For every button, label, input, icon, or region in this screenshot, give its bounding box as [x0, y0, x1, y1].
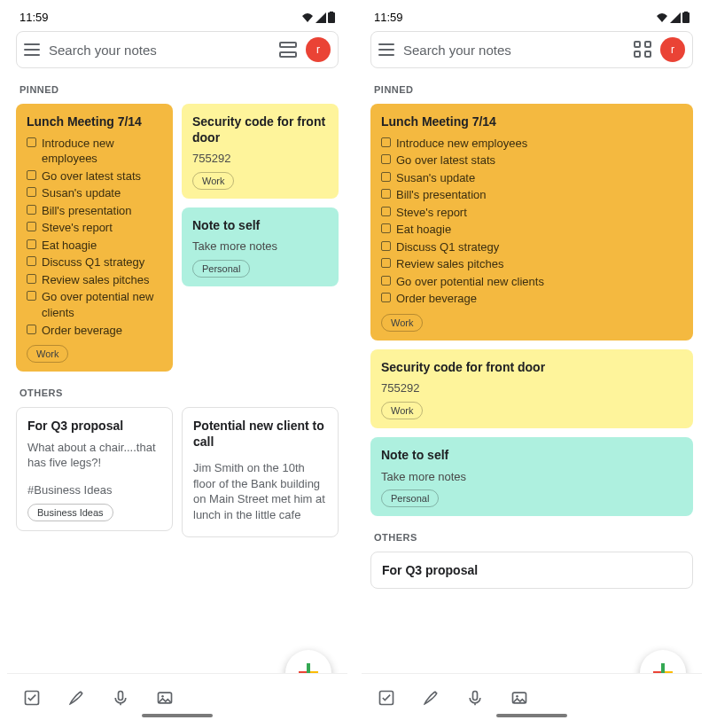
checkbox-icon[interactable]: [381, 276, 391, 286]
image-tool-icon[interactable]: [156, 689, 174, 707]
note-body: What about a chair....that has five legs…: [27, 440, 161, 471]
note-title: Security code for front door: [192, 114, 328, 145]
mic-tool-icon[interactable]: [112, 689, 129, 707]
note-title: Security code for front door: [381, 360, 682, 376]
checkbox-icon[interactable]: [27, 205, 36, 215]
note-title: For Q3 proposal: [27, 419, 161, 434]
phone-list-view: 11:59 Search your notes r PINNED Lunch M…: [362, 7, 702, 721]
note-title: Lunch Meeting 7/14: [27, 114, 162, 130]
note-potential-client[interactable]: Potential new client to call Jim Smith o…: [182, 407, 339, 537]
battery-icon: [328, 12, 335, 23]
checklist-item[interactable]: Discuss Q1 strategy: [381, 239, 682, 255]
note-security-code[interactable]: Security code for front door 755292 Work: [182, 104, 339, 199]
checkbox-icon[interactable]: [381, 154, 391, 164]
checkbox-icon[interactable]: [27, 256, 36, 266]
checklist-item[interactable]: Susan's update: [27, 185, 162, 201]
checklist-item[interactable]: Introduce new employees: [381, 136, 682, 152]
svg-rect-6: [682, 12, 690, 23]
image-tool-icon[interactable]: [510, 689, 528, 707]
checklist-item[interactable]: Go over latest stats: [381, 153, 682, 168]
checklist-item[interactable]: Susan's update: [381, 170, 682, 186]
svg-rect-1: [330, 12, 333, 13]
checklist-item[interactable]: Eat hoagie: [381, 222, 682, 238]
wifi-icon: [656, 12, 668, 23]
checkbox-icon[interactable]: [381, 207, 391, 216]
signal-icon: [670, 12, 681, 23]
checkbox-icon[interactable]: [27, 325, 36, 334]
label-chip[interactable]: Personal: [381, 489, 439, 507]
checklist-item[interactable]: Go over potential new clients: [381, 274, 682, 290]
note-security-code[interactable]: Security code for front door 755292 Work: [370, 349, 693, 428]
note-lunch-meeting[interactable]: Lunch Meeting 7/14 Introduce new employe…: [370, 104, 693, 341]
checklist-item[interactable]: Order beverage: [27, 323, 162, 339]
checklist-item[interactable]: Order beverage: [381, 291, 682, 307]
label-chip[interactable]: Business Ideas: [27, 504, 113, 521]
checkbox-icon[interactable]: [381, 241, 391, 251]
label-chip[interactable]: Work: [27, 345, 68, 363]
checkbox-icon[interactable]: [381, 137, 391, 147]
checkbox-icon[interactable]: [27, 222, 36, 231]
checklist-item[interactable]: Go over potential new clients: [27, 289, 162, 320]
label-chip[interactable]: Work: [381, 314, 423, 332]
checkbox-tool-icon[interactable]: [378, 689, 395, 707]
checklist-item[interactable]: Review sales pitches: [27, 272, 162, 288]
checklist-item[interactable]: Review sales pitches: [381, 256, 682, 272]
home-indicator: [496, 714, 567, 717]
note-title: Potential new client to call: [193, 419, 327, 450]
note-q3-proposal[interactable]: For Q3 proposal: [370, 552, 693, 589]
checkbox-icon[interactable]: [381, 258, 391, 268]
search-bar[interactable]: Search your notes r: [370, 31, 693, 68]
status-bar: 11:59: [7, 7, 347, 26]
note-body: Jim Smith on the 10th floor of the Bank …: [193, 460, 327, 522]
checklist: Introduce new employees Go over latest s…: [27, 136, 162, 339]
note-to-self[interactable]: Note to self Take more notes Personal: [182, 207, 339, 286]
menu-icon[interactable]: [378, 43, 394, 56]
note-title: For Q3 proposal: [382, 563, 682, 579]
checkbox-icon[interactable]: [381, 223, 391, 233]
search-input[interactable]: Search your notes: [403, 43, 625, 58]
checkbox-icon[interactable]: [27, 291, 36, 301]
checklist-item[interactable]: Discuss Q1 strategy: [27, 254, 162, 270]
brush-tool-icon[interactable]: [422, 689, 440, 707]
checkbox-icon[interactable]: [27, 187, 36, 197]
brush-tool-icon[interactable]: [67, 689, 85, 707]
label-chip[interactable]: Work: [192, 172, 234, 190]
label-chip[interactable]: Personal: [192, 260, 250, 278]
checkbox-icon[interactable]: [27, 170, 36, 180]
search-input[interactable]: Search your notes: [49, 43, 270, 58]
note-lunch-meeting[interactable]: Lunch Meeting 7/14 Introduce new employe…: [16, 104, 173, 372]
label-chip[interactable]: Work: [381, 402, 423, 419]
checklist-item[interactable]: Go over latest stats: [27, 168, 162, 184]
checklist-item[interactable]: Steve's report: [27, 220, 162, 236]
checklist-item[interactable]: Eat hoagie: [27, 238, 162, 254]
wifi-icon: [301, 12, 314, 23]
battery-icon: [682, 12, 690, 23]
checklist-item[interactable]: Steve's report: [381, 205, 682, 221]
checkbox-icon[interactable]: [27, 239, 36, 249]
menu-icon[interactable]: [24, 43, 40, 56]
note-q3-proposal[interactable]: For Q3 proposal What about a chair....th…: [16, 407, 173, 531]
checklist-item[interactable]: Bill's presentation: [381, 187, 682, 203]
note-to-self[interactable]: Note to self Take more notes Personal: [370, 437, 693, 516]
avatar[interactable]: r: [306, 37, 331, 62]
checkbox-icon[interactable]: [381, 172, 391, 182]
checkbox-icon[interactable]: [27, 274, 36, 284]
checkbox-icon[interactable]: [27, 137, 36, 147]
checkbox-icon[interactable]: [381, 293, 391, 302]
view-toggle-list-icon[interactable]: [279, 42, 297, 58]
mic-tool-icon[interactable]: [466, 689, 484, 707]
clock: 11:59: [374, 11, 403, 24]
checklist-item[interactable]: Bill's presentation: [27, 203, 162, 219]
checkbox-tool-icon[interactable]: [23, 689, 41, 707]
checklist-item[interactable]: Introduce new employees: [27, 136, 162, 167]
signal-icon: [316, 12, 326, 23]
checkbox-icon[interactable]: [381, 189, 391, 199]
search-bar[interactable]: Search your notes r: [16, 31, 339, 68]
avatar[interactable]: r: [660, 37, 685, 62]
section-others: OTHERS: [19, 387, 335, 398]
phone-grid-view: 11:59 Search your notes r PINNED Lunch M…: [7, 7, 347, 721]
note-body: Take more notes: [381, 469, 682, 485]
view-toggle-grid-icon[interactable]: [634, 41, 651, 59]
home-indicator: [142, 714, 213, 717]
status-icons: [656, 12, 690, 23]
